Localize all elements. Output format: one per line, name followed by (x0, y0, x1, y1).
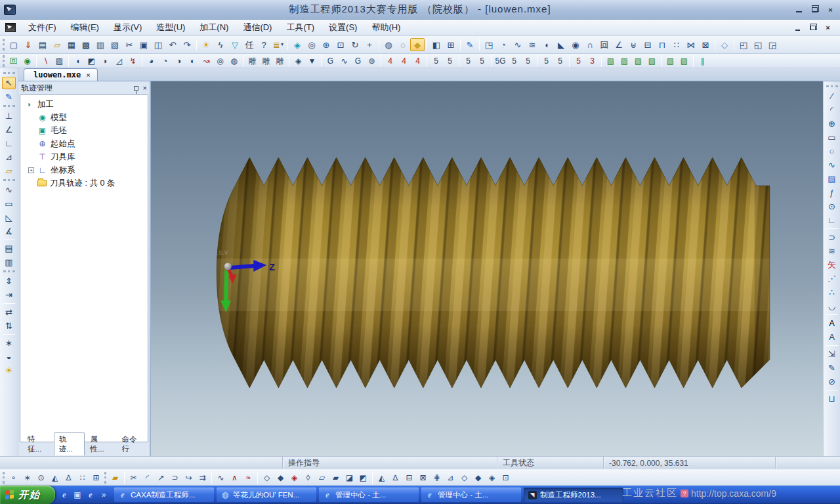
scan-line-rough-icon[interactable]: ◩ (85, 55, 98, 67)
redo-icon[interactable]: ↷ (180, 38, 194, 51)
guide-line-cut-icon[interactable]: ◑ (172, 55, 186, 67)
child-restore-button[interactable] (807, 23, 818, 33)
expand-icon[interactable]: + (28, 167, 34, 173)
text-tool-icon[interactable]: A (825, 317, 839, 329)
grind-5-icon[interactable]: ▧ (663, 55, 677, 67)
pan-view-icon[interactable]: + (362, 38, 377, 51)
rotate-view-icon[interactable]: ↻ (348, 38, 362, 51)
polyline-edit-icon[interactable]: ∧ (228, 472, 242, 484)
viewport-3d[interactable]: .s.v Z (151, 81, 823, 456)
surface-finish-icon[interactable]: ◗ (98, 55, 112, 67)
hatch-check-icon[interactable]: ∥ (696, 55, 709, 67)
close-curve-icon[interactable]: ⇉ (196, 472, 209, 484)
curve-combine-icon[interactable]: ∿ (2, 184, 16, 196)
tab-properties[interactable]: 属性... (85, 432, 116, 455)
coord-angle-icon[interactable]: ∠ (2, 123, 16, 136)
coord-tangent-icon[interactable]: ⊿ (2, 151, 16, 163)
curve-projection-icon[interactable]: ↝ (200, 55, 213, 67)
panel-close-icon[interactable]: × (143, 84, 147, 92)
tree-node-coordinate-system[interactable]: + ∟ 坐标系 (22, 163, 146, 177)
surface-offset-icon[interactable]: ▱ (315, 472, 329, 484)
five-axis-swarf-icon[interactable]: 5 (553, 55, 567, 67)
new-part-icon[interactable]: ▤ (35, 38, 50, 51)
sheet-ops-icon[interactable]: ▤ (2, 242, 16, 255)
filter-icon[interactable]: ▽ (228, 38, 242, 51)
draft-feature-icon[interactable]: ∠ (612, 38, 626, 51)
dim-edit-2-icon[interactable]: ✎ (825, 362, 839, 374)
taskbar-task-blog[interactable]: ◍ 等花儿的OU' FEN... (217, 488, 316, 502)
sketch-pencil-icon[interactable]: ✎ (2, 91, 16, 103)
weld-mark-icon[interactable]: ⊔ (825, 392, 839, 405)
boolean-union-icon[interactable]: ⊎ (626, 38, 640, 51)
region-rough-icon[interactable]: 回 (7, 55, 20, 67)
five-axis-face-icon[interactable]: 5 (475, 55, 489, 67)
toolbar-grip[interactable] (3, 39, 5, 51)
five-axis-curve-icon[interactable]: 5 (429, 55, 443, 67)
carve-ste-icon[interactable]: 雕 (273, 55, 287, 67)
render-light-icon[interactable]: ☀ (199, 38, 213, 51)
menu-file[interactable]: 文件(F) (21, 20, 64, 35)
boolean-subtract-icon[interactable]: ⊟ (640, 38, 655, 51)
block-feature-icon[interactable]: ⊠ (698, 38, 713, 51)
quick-launch-chevron[interactable]: » (98, 490, 109, 500)
view-cube-iso-icon[interactable]: ◰ (736, 38, 751, 51)
polyline-icon[interactable]: ∟ (825, 214, 839, 226)
line-icon[interactable]: ∕ (825, 90, 839, 102)
solid-edge-icon[interactable]: ◭ (375, 472, 388, 484)
five-axis-guide-icon[interactable]: 5G (494, 55, 507, 67)
plane-xy-icon[interactable]: ⊟ (402, 472, 416, 484)
three-to-five-icon[interactable]: 3 (585, 55, 599, 67)
five-axis-side-icon[interactable]: 5 (461, 55, 475, 67)
grind-6-icon[interactable]: ▨ (677, 55, 691, 67)
surface-mill-icon[interactable]: ◉ (20, 55, 34, 67)
surface-mirror-icon[interactable]: ▰ (329, 472, 343, 484)
flip-horizontal-icon[interactable]: ⇄ (2, 306, 16, 318)
arc-icon[interactable]: ◜ (825, 104, 839, 116)
close-button[interactable]: × (825, 5, 836, 14)
restore-button[interactable] (809, 5, 820, 14)
toolbar-grip[interactable] (3, 179, 15, 181)
menu-modeling[interactable]: 造型(U) (149, 20, 192, 35)
menu-settings[interactable]: 设置(S) (322, 20, 364, 35)
rib-feature-icon[interactable]: ∩ (583, 38, 597, 51)
text-style-icon[interactable]: A (825, 331, 839, 343)
mirror-feature-icon[interactable]: ⋈ (684, 38, 698, 51)
display-wireframe-icon[interactable]: ◍ (381, 38, 396, 51)
circle-icon[interactable]: ⊕ (825, 117, 839, 130)
sheet-unfold-icon[interactable]: ▥ (2, 256, 16, 268)
tab-features[interactable]: 特征... (22, 432, 53, 455)
plane-rough-icon[interactable]: ∖ (39, 55, 52, 67)
menu-edit[interactable]: 编辑(E) (64, 20, 106, 35)
ellipse-icon[interactable]: ○ (825, 145, 839, 158)
revolve-icon[interactable]: ◔ (496, 38, 511, 51)
equal-height-rough-icon[interactable]: ◖ (71, 55, 85, 67)
task-manager-icon[interactable]: 任 (242, 38, 257, 51)
trim-curve-icon[interactable]: ✂ (127, 472, 140, 484)
mesh-surface-icon[interactable]: ⋰ (825, 272, 839, 285)
boolean-intersect-icon[interactable]: ⊓ (655, 38, 669, 51)
spline-icon[interactable]: ∿ (825, 159, 839, 171)
post-process-icon[interactable]: ⊚ (365, 55, 379, 67)
grind-3-icon[interactable]: ▧ (631, 55, 645, 67)
spline-edit-icon[interactable]: ∿ (214, 472, 228, 484)
layers-icon[interactable]: ≣▾ (271, 38, 285, 51)
light-tool-icon[interactable]: ☀ (2, 364, 16, 377)
copy-icon[interactable]: ▣ (136, 38, 151, 51)
toolbar-grip[interactable] (3, 270, 15, 272)
lock-entity-icon[interactable]: ⊙ (34, 472, 48, 484)
tree-node-machining[interactable]: ◗ 加工 (22, 98, 146, 111)
wave-surface-icon[interactable]: ≋ (825, 245, 839, 257)
regenerate-icon[interactable]: ϟ (213, 38, 228, 51)
zoom-window-icon[interactable]: ⊡ (333, 38, 348, 51)
window-cascade-icon[interactable]: ◧ (429, 38, 444, 51)
paste-icon[interactable]: ◫ (151, 38, 165, 51)
toolbar-grip[interactable] (3, 105, 15, 107)
toolbar-grip[interactable] (826, 85, 838, 87)
alert-icon[interactable]: ∆ (62, 472, 75, 484)
tree-node-start-point[interactable]: ⊕ 起始点 (22, 137, 146, 150)
param-line-cut-icon[interactable]: ◔ (158, 55, 172, 67)
point-tool-icon[interactable]: ∴ (825, 286, 839, 299)
toolpath-edit-icon[interactable]: ∿ (337, 55, 351, 67)
offset-curve-icon[interactable]: ⊃ (825, 231, 839, 243)
menu-view[interactable]: 显示(V) (106, 20, 149, 35)
